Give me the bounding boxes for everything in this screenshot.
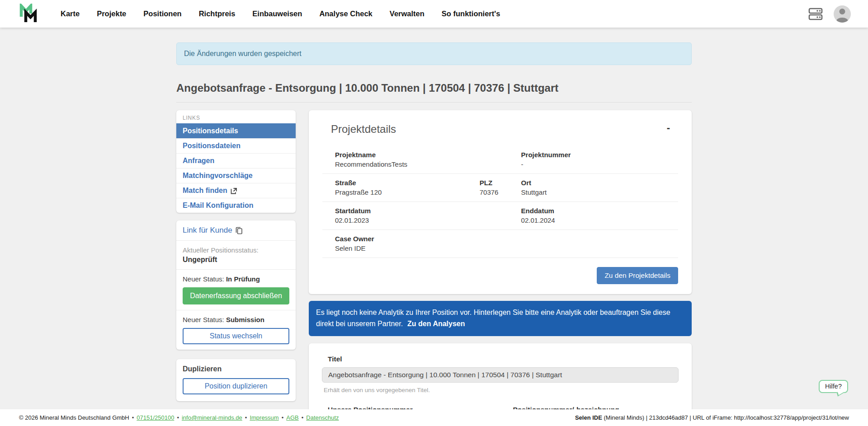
page-title: Angebotsanfrage - Entsorgung | 10.000 To… — [176, 82, 692, 103]
footer-datenschutz-link[interactable]: Datenschutz — [306, 414, 339, 421]
projektdetails-row: Straße Pragstraße 120 PLZ 70376 Ort Stut… — [322, 174, 678, 202]
projektnummer-value: - — [521, 160, 667, 168]
position-duplizieren-button[interactable]: Position duplizieren — [183, 378, 289, 394]
titel-label: Titel — [322, 355, 679, 363]
new-status-value: In Prüfung — [226, 275, 260, 283]
footer-email-link[interactable]: info@mineral-minds.de — [182, 414, 242, 421]
strasse-value: Pragstraße 120 — [335, 188, 480, 196]
new-status-line: Neuer Status: Submission — [183, 316, 289, 323]
sidebar-item-match-finden[interactable]: Match finden — [176, 183, 296, 198]
enddatum-label: Enddatum — [521, 207, 667, 215]
nav-item-so-funktionierts[interactable]: So funktioniert's — [442, 9, 500, 18]
sidebar-item-label: Matchingvorschläge — [183, 172, 253, 180]
top-navbar: Karte Projekte Positionen Richtpreis Ein… — [0, 0, 868, 28]
footer-copyright: © 2026 Mineral Minds Deutschland GmbH — [19, 414, 129, 421]
footer-impressum-link[interactable]: Impressum — [250, 414, 278, 421]
plz-label: PLZ — [480, 179, 521, 187]
zu-den-analysen-link[interactable]: Zu den Analysen — [407, 320, 465, 328]
external-link-icon — [231, 187, 237, 194]
projektnummer-label: Projektnummer — [521, 151, 667, 159]
projektname-label: Projektname — [335, 151, 521, 159]
projektdetails-row: Case Owner Selen IDE — [322, 230, 678, 258]
sidebar-item-matchingvorschlaege[interactable]: Matchingvorschläge — [176, 168, 296, 183]
titel-help-text: Erhält den von uns vorgegebenen Titel. — [322, 387, 679, 393]
session-user: Selen IDE — [575, 414, 602, 421]
startdatum-value: 02.01.2023 — [335, 216, 521, 224]
logo-mm-icon — [19, 4, 38, 24]
titel-input[interactable] — [322, 367, 679, 383]
footer-separator: • — [282, 414, 284, 421]
sidebar-item-positionsdetails[interactable]: Positionsdetails — [176, 123, 296, 138]
projektdetails-row: Projektname RecommendationsTests Projekt… — [322, 145, 678, 174]
current-status-label: Aktueller Positionsstatus: — [183, 246, 289, 254]
session-details: (Mineral Minds) | 213dcd46ad87 | URL of … — [602, 414, 849, 421]
nav-item-analyse-check[interactable]: Analyse Check — [319, 9, 372, 18]
link-fuer-kunde[interactable]: Link für Kunde — [183, 226, 243, 235]
nav-item-richtpreis[interactable]: Richtpreis — [199, 9, 236, 18]
footer-agb-link[interactable]: AGB — [286, 414, 298, 421]
hilfe-button[interactable]: Hilfe? — [819, 380, 848, 393]
footer-separator: • — [302, 414, 304, 421]
case-owner-label: Case Owner — [335, 235, 667, 243]
plz-value: 70376 — [480, 188, 521, 196]
status-wechseln-button[interactable]: Status wechseln — [183, 328, 289, 344]
strasse-label: Straße — [335, 179, 480, 187]
current-status-value: Ungeprüft — [183, 256, 289, 264]
analytics-banner: Es liegt noch keine Analytik zu Ihrer Po… — [309, 301, 692, 336]
footer-separator: • — [132, 414, 134, 421]
footer: © 2026 Mineral Minds Deutschland GmbH • … — [0, 409, 868, 426]
nav-item-einbauweisen[interactable]: Einbauweisen — [252, 9, 302, 18]
projektdetails-row: Startdatum 02.01.2023 Enddatum 02.01.202… — [322, 202, 678, 230]
new-status-label: Neuer Status: — [183, 316, 224, 323]
projektname-value: RecommendationsTests — [335, 160, 521, 168]
main-nav: Karte Projekte Positionen Richtpreis Ein… — [61, 9, 500, 18]
case-owner-value: Selen IDE — [335, 244, 667, 252]
avatar-person-icon — [836, 18, 848, 23]
ort-value: Stuttgart — [521, 188, 667, 196]
nav-item-positionen[interactable]: Positionen — [143, 9, 181, 18]
sidebar-item-email-konfiguration[interactable]: E-Mail Konfiguration — [176, 198, 296, 213]
new-status-line: Neuer Status: In Prüfung — [183, 275, 289, 283]
copy-icon — [236, 227, 243, 234]
status-card: Link für Kunde Aktueller Positionsstatus… — [176, 220, 296, 350]
nav-item-karte[interactable]: Karte — [61, 9, 80, 18]
nav-item-projekte[interactable]: Projekte — [97, 9, 126, 18]
analytics-banner-text: Es liegt noch keine Analytik zu Ihrer Po… — [316, 309, 670, 328]
collapse-card-button[interactable]: - — [667, 123, 670, 133]
enddatum-value: 02.01.2024 — [521, 216, 667, 224]
sidebar-item-label: E-Mail Konfiguration — [183, 201, 253, 210]
sidebar-item-label: Positionsdateien — [183, 142, 241, 150]
zu-den-projektdetails-button[interactable]: Zu den Projektdetails — [597, 267, 678, 284]
datenerfassung-abschliessen-button[interactable]: Datenerfassung abschließen — [183, 287, 289, 304]
projektdetails-card: Projektdetails - Projektname Recommendat… — [309, 110, 692, 294]
startdatum-label: Startdatum — [335, 207, 521, 215]
sidebar-item-positionsdateien[interactable]: Positionsdateien — [176, 138, 296, 153]
duplizieren-card: Duplizieren Position duplizieren — [176, 359, 296, 401]
session-info: Selen IDE (Mineral Minds) | 213dcd46ad87… — [575, 414, 849, 421]
alert-message: Die Änderungen wurden gespeichert — [184, 50, 302, 57]
sidebar-item-label: Anfragen — [183, 157, 214, 165]
avatar-person-icon — [840, 9, 845, 14]
new-status-label: Neuer Status: — [183, 275, 224, 283]
new-status-value: Submission — [226, 316, 264, 323]
footer-separator: • — [245, 414, 247, 421]
sidebar-item-anfragen[interactable]: Anfragen — [176, 153, 296, 168]
success-alert: Die Änderungen wurden gespeichert — [176, 42, 692, 65]
footer-separator: • — [177, 414, 179, 421]
sidebar-links-card: LINKS Positionsdetails Positionsdateien … — [176, 110, 296, 213]
ort-label: Ort — [521, 179, 667, 187]
nav-item-verwalten[interactable]: Verwalten — [390, 9, 425, 18]
duplizieren-card-title: Duplizieren — [183, 365, 289, 373]
mineral-minds-logo[interactable] — [19, 4, 38, 24]
sidebar-links-header: LINKS — [176, 110, 296, 123]
user-avatar[interactable] — [834, 5, 851, 23]
sidebar-item-label: Positionsdetails — [183, 127, 238, 135]
link-fuer-kunde-label: Link für Kunde — [183, 226, 232, 235]
sidebar-item-label: Match finden — [183, 187, 227, 195]
projektdetails-title: Projektdetails — [331, 123, 396, 136]
footer-phone-link[interactable]: 07151/250100 — [137, 414, 174, 421]
server-status-icon[interactable] — [808, 7, 823, 21]
